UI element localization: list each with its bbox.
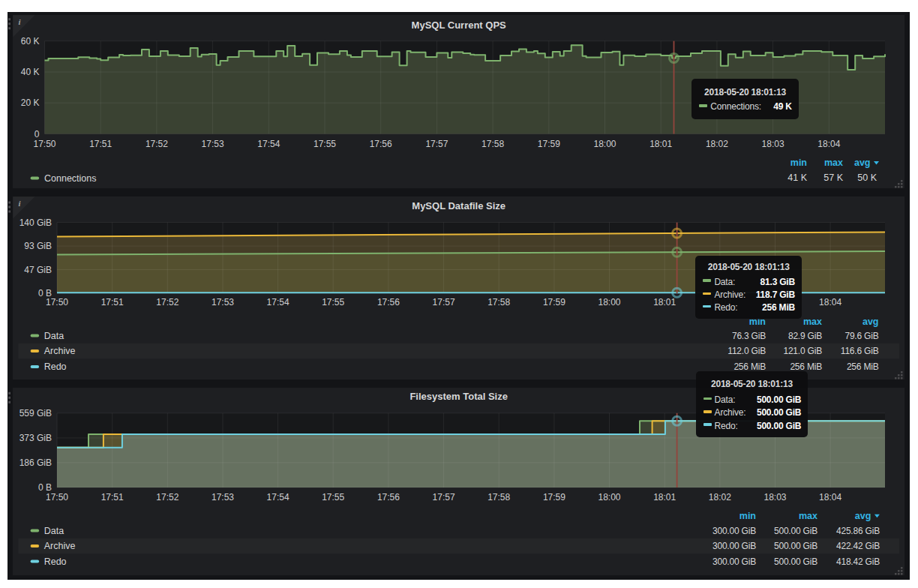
- svg-text:18:02: 18:02: [706, 139, 728, 149]
- svg-text:17:51: 17:51: [101, 297, 124, 308]
- svg-text:MySQL Current QPS: MySQL Current QPS: [412, 20, 507, 31]
- svg-text:17:58: 17:58: [482, 139, 504, 149]
- svg-text:500.00 GiB: 500.00 GiB: [774, 541, 818, 551]
- svg-text:min: min: [740, 511, 756, 521]
- svg-text:17:56: 17:56: [377, 492, 400, 502]
- svg-text:186 GiB: 186 GiB: [20, 458, 52, 468]
- svg-text:18:00: 18:00: [593, 139, 616, 149]
- svg-text:max: max: [824, 158, 843, 168]
- svg-text:17:51: 17:51: [89, 139, 112, 149]
- svg-text:17:58: 17:58: [488, 492, 510, 502]
- svg-text:17:50: 17:50: [33, 139, 56, 149]
- svg-text:17:50: 17:50: [46, 492, 68, 502]
- svg-text:0: 0: [34, 129, 40, 140]
- svg-text:Data: Data: [44, 331, 64, 341]
- svg-text:17:55: 17:55: [322, 492, 344, 502]
- svg-text:18:01: 18:01: [653, 492, 676, 502]
- svg-text:18:01: 18:01: [653, 297, 676, 308]
- svg-text:min: min: [790, 158, 807, 168]
- svg-text:500.00 GiB: 500.00 GiB: [774, 556, 818, 567]
- svg-text:121.0 GiB: 121.0 GiB: [783, 346, 822, 356]
- svg-text:300.00 GiB: 300.00 GiB: [712, 526, 756, 536]
- svg-text:18:01: 18:01: [650, 139, 672, 149]
- svg-text:256 MiB: 256 MiB: [847, 362, 879, 372]
- svg-text:425.86 GiB: 425.86 GiB: [836, 526, 880, 536]
- svg-text:17:57: 17:57: [433, 492, 455, 502]
- svg-text:17:54: 17:54: [257, 139, 280, 149]
- svg-text:17:57: 17:57: [425, 139, 448, 149]
- svg-text:40 K: 40 K: [21, 67, 40, 77]
- svg-text:avg: avg: [854, 158, 871, 168]
- svg-text:373 GiB: 373 GiB: [20, 433, 52, 443]
- svg-text:17:53: 17:53: [212, 297, 234, 308]
- svg-text:300.00 GiB: 300.00 GiB: [712, 541, 756, 551]
- svg-text:18:04: 18:04: [819, 492, 842, 502]
- svg-text:avg: avg: [862, 316, 879, 327]
- svg-text:17:57: 17:57: [433, 297, 455, 308]
- svg-text:18:04: 18:04: [818, 139, 840, 149]
- svg-text:112.0 GiB: 112.0 GiB: [728, 346, 766, 356]
- svg-text:Redo: Redo: [44, 362, 67, 372]
- svg-text:17:55: 17:55: [314, 139, 336, 149]
- svg-text:18:03: 18:03: [762, 139, 784, 149]
- svg-text:17:56: 17:56: [377, 297, 400, 308]
- svg-text:Data: Data: [44, 526, 64, 536]
- svg-text:17:56: 17:56: [370, 139, 392, 149]
- svg-text:93 GiB: 93 GiB: [24, 241, 52, 251]
- svg-text:50 K: 50 K: [857, 172, 877, 183]
- svg-text:256 MiB: 256 MiB: [734, 362, 766, 372]
- svg-text:17:59: 17:59: [543, 297, 566, 308]
- svg-text:82.9 GiB: 82.9 GiB: [788, 331, 822, 341]
- svg-text:MySQL Datafile Size: MySQL Datafile Size: [412, 200, 506, 212]
- svg-text:18:03: 18:03: [764, 492, 786, 502]
- svg-text:18:00: 18:00: [598, 297, 620, 308]
- svg-text:Filesystem Total Size: Filesystem Total Size: [410, 391, 508, 402]
- svg-text:max: max: [803, 316, 822, 327]
- svg-text:41 K: 41 K: [788, 172, 807, 183]
- svg-text:17:53: 17:53: [212, 492, 234, 502]
- svg-text:256 MiB: 256 MiB: [790, 362, 822, 372]
- svg-text:Archive: Archive: [44, 541, 76, 551]
- svg-text:17:52: 17:52: [156, 297, 178, 308]
- svg-text:Connections: Connections: [44, 173, 97, 184]
- svg-text:Redo: Redo: [44, 556, 67, 567]
- svg-text:20 K: 20 K: [21, 98, 40, 108]
- svg-text:max: max: [799, 511, 818, 521]
- svg-text:18:04: 18:04: [819, 297, 842, 308]
- svg-text:300.00 GiB: 300.00 GiB: [712, 556, 756, 567]
- svg-text:559 GiB: 559 GiB: [20, 408, 52, 418]
- svg-text:Archive: Archive: [44, 346, 76, 356]
- svg-text:140 GiB: 140 GiB: [20, 218, 52, 228]
- svg-text:18:00: 18:00: [598, 492, 620, 502]
- svg-text:17:59: 17:59: [538, 139, 560, 149]
- svg-text:17:58: 17:58: [488, 297, 510, 308]
- svg-text:76.3 GiB: 76.3 GiB: [732, 331, 766, 341]
- svg-text:500.00 GiB: 500.00 GiB: [774, 526, 818, 536]
- svg-text:17:50: 17:50: [46, 297, 68, 308]
- svg-text:116.6 GiB: 116.6 GiB: [841, 346, 879, 356]
- svg-text:57 K: 57 K: [824, 172, 843, 183]
- svg-text:17:55: 17:55: [322, 297, 344, 308]
- svg-text:47 GiB: 47 GiB: [24, 265, 52, 275]
- svg-text:418.42 GiB: 418.42 GiB: [836, 556, 880, 567]
- svg-text:79.6 GiB: 79.6 GiB: [844, 331, 878, 341]
- svg-text:17:53: 17:53: [202, 139, 224, 149]
- svg-text:17:54: 17:54: [267, 492, 290, 502]
- svg-text:60 K: 60 K: [21, 36, 40, 46]
- svg-text:17:54: 17:54: [267, 297, 290, 308]
- svg-text:17:51: 17:51: [101, 492, 124, 502]
- svg-text:17:52: 17:52: [156, 492, 178, 502]
- svg-text:avg: avg: [855, 511, 872, 521]
- svg-text:17:59: 17:59: [543, 492, 566, 502]
- svg-text:17:52: 17:52: [146, 139, 168, 149]
- svg-text:18:02: 18:02: [709, 492, 731, 502]
- svg-text:422.42 GiB: 422.42 GiB: [836, 541, 880, 551]
